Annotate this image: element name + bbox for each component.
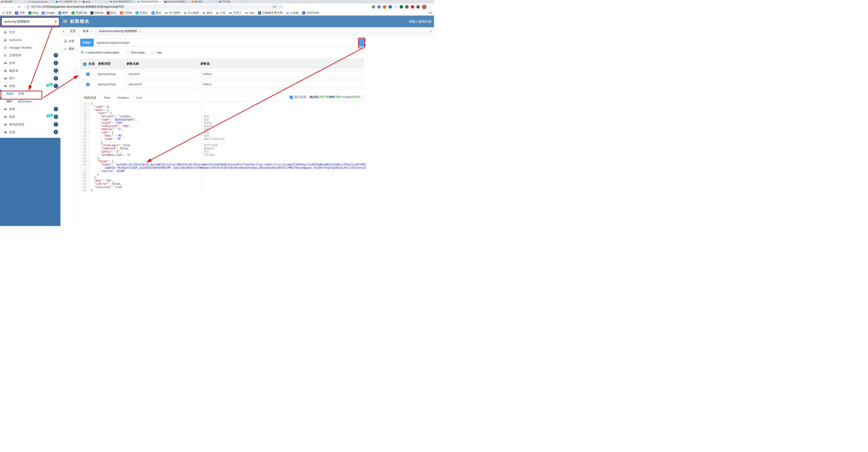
tab-close-icon[interactable]: × [139, 30, 141, 33]
bookmark-item[interactable]: G码云 [107, 11, 117, 15]
bookmark-item[interactable]: CCSDN [120, 11, 132, 15]
param-value-input[interactable] [200, 81, 361, 87]
extension-icon[interactable] [389, 5, 392, 9]
tabs-scroll-right[interactable]: » [428, 27, 434, 35]
browser-tab[interactable]: temporary-interna…× [27, 0, 54, 3]
body-type-option[interactable]: raw [152, 51, 162, 54]
sidebar-item-authorize[interactable]: Authorize [0, 36, 60, 44]
browser-tab[interactable]: 极术社区× [190, 0, 218, 3]
address-bar[interactable]: i 127.0.0.1:8760/api/gate/doc.html#/auth… [24, 4, 284, 9]
bookmark-item[interactable]: 公司 [216, 11, 225, 15]
profile-avatar[interactable] [422, 5, 427, 9]
fold-caret-icon[interactable]: ▾ [87, 131, 90, 134]
extension-icon[interactable] [372, 5, 375, 9]
tab-close-icon[interactable]: × [79, 0, 80, 3]
tab-close-icon[interactable]: × [187, 0, 189, 3]
browser-tab[interactable]: 把权限参数绑定操作…× [136, 0, 163, 3]
browser-tab[interactable]: github-pack/实战讲义…× [163, 0, 190, 3]
body-type-option[interactable]: x-www-form-urlencoded [81, 51, 119, 54]
bookmark-item[interactable]: GGoogle [41, 11, 55, 15]
sidebar-item-op-login-post[interactable]: POST登录 [0, 90, 60, 97]
doc-tab[interactable]: 主页 [66, 27, 79, 35]
browser-tab[interactable]: 钉钉文档× [218, 0, 245, 3]
panel-tab-doc[interactable]: 文档 [62, 38, 76, 45]
tab-close-icon[interactable]: × [51, 0, 53, 3]
response-tab[interactable]: Raw [100, 94, 114, 102]
send-button[interactable]: 发送 [359, 39, 366, 47]
sidebar-item-doc-manage[interactable]: 文档管理3 [0, 51, 60, 59]
back-icon[interactable]: ← [3, 5, 6, 9]
sidebar-item-login[interactable]: 登录NEW2 [0, 82, 60, 90]
extension-icon[interactable] [400, 5, 403, 9]
bookmark-item[interactable]: 记笔记 [152, 11, 161, 15]
bookmark-item[interactable]: mac [245, 11, 254, 15]
sidebar-item-home[interactable]: 主页 [0, 28, 60, 36]
extension-icon[interactable] [394, 5, 398, 9]
sidebar-item-role-resource[interactable]: 角色的资源1 [0, 120, 60, 128]
fold-caret-icon[interactable]: ▾ [87, 112, 90, 115]
fold-caret-icon[interactable]: ▾ [87, 102, 90, 106]
menu-toggle-icon[interactable] [63, 20, 67, 23]
row-checkbox[interactable]: ✓ [86, 83, 90, 86]
extension-icon[interactable] [405, 5, 409, 9]
response-tab[interactable]: Headers [114, 94, 132, 102]
browser-tab[interactable]: Node 添加夹具引导安…× [109, 0, 136, 3]
bookmark-star-icon[interactable]: ☆ [279, 5, 281, 9]
browser-tab[interactable]: 4.3.2. 走进协议 - 休…× [54, 0, 82, 3]
param-name-input[interactable] [126, 81, 194, 87]
tab-close-icon[interactable]: × [215, 0, 216, 3]
bookmark-item[interactable]: 小目标 [286, 11, 299, 15]
doc-tab[interactable]: 登录× [79, 27, 96, 35]
sidebar-item-menu[interactable]: 菜单7 [0, 105, 60, 113]
param-name-input[interactable] [126, 71, 194, 77]
reload-icon[interactable]: ↻ [18, 5, 21, 9]
sidebar-item-swagger-models[interactable]: Swagger Models [0, 44, 60, 51]
tab-close-icon[interactable]: × [160, 0, 161, 3]
sidebar-item-app[interactable]: 应用5 [0, 59, 60, 67]
select-all-checkbox[interactable]: ✓ [83, 63, 87, 66]
tab-close-icon[interactable]: × [24, 0, 26, 3]
browser-tab[interactable]: baidu× [82, 0, 109, 3]
tab-close-icon[interactable]: × [90, 30, 92, 33]
site-info-icon[interactable]: i [27, 6, 29, 8]
doc-tab[interactable]: Authorize-authority-权限模块× [96, 27, 144, 35]
sidebar-item-op-token-get[interactable]: GET验证token [0, 97, 60, 105]
bookmark-item[interactable]: 已导入 [229, 11, 242, 15]
sidebar-item-service[interactable]: 服务表6 [0, 67, 60, 75]
fold-caret-icon[interactable]: ▾ [87, 160, 90, 163]
bookmark-item[interactable]: 译翻译 [58, 11, 68, 15]
bookmark-item[interactable]: 101024Tools [302, 11, 319, 15]
sidebar-item-user[interactable]: 用户9 [0, 75, 60, 82]
body-type-option[interactable]: form-data [126, 51, 145, 54]
side-panel-icon[interactable] [428, 11, 432, 15]
bookmark-item[interactable]: 百百度 [15, 11, 25, 15]
tab-close-icon[interactable]: × [242, 0, 243, 3]
select-stepper-icon[interactable] [55, 20, 57, 23]
search-input[interactable]: 请输入搜索内容 [409, 16, 432, 27]
bookmark-item[interactable]: ESES搜索引擎文档 [258, 11, 283, 15]
tab-close-icon[interactable]: × [133, 0, 134, 3]
module-select[interactable]: authority-权限模块 [2, 18, 59, 25]
tabs-scroll-left[interactable]: « [60, 27, 66, 35]
browser-tab[interactable]: 温故知新× [0, 0, 27, 3]
browser-menu-icon[interactable]: ⋮ [429, 5, 432, 9]
bookmark-item[interactable]: O开源中国 [71, 11, 87, 15]
sidebar-item-resource[interactable]: 资源6 [0, 128, 60, 136]
fold-caret-icon[interactable]: ▾ [87, 109, 90, 112]
bookmark-item[interactable]: 微信 [203, 11, 212, 15]
extension-icon[interactable] [411, 5, 414, 9]
bookmark-item[interactable]: 应用 [2, 11, 11, 15]
bookmark-item[interactable]: 学习资料 [165, 11, 180, 15]
bookmark-item[interactable]: bBing [28, 11, 38, 15]
tab-close-icon[interactable]: × [106, 0, 107, 3]
expand-icon[interactable] [362, 96, 365, 99]
bookmark-item[interactable]: GGitHub [90, 11, 103, 15]
extension-icon[interactable] [383, 5, 386, 9]
response-tab[interactable]: Curl [132, 94, 146, 102]
param-value-input[interactable] [200, 71, 361, 77]
extension-icon[interactable] [377, 5, 381, 9]
panel-tab-debug[interactable]: 调试 [62, 46, 76, 52]
bookmark-item[interactable]: 云百度云 [135, 11, 148, 15]
bookmark-item[interactable]: 什么都有 [184, 11, 199, 15]
response-tab[interactable]: 响应内容 [80, 94, 100, 102]
